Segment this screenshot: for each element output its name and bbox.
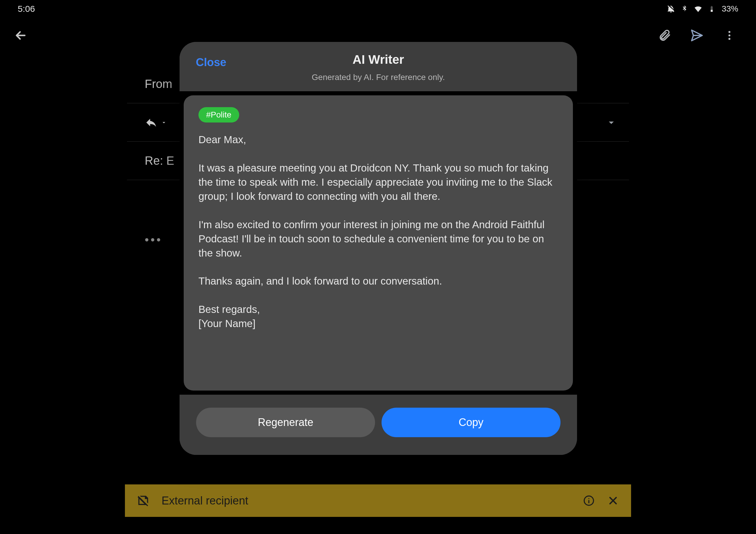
modal-body: #Polite Dear Max, It was a pleasure meet…: [179, 91, 577, 395]
more-button[interactable]: [720, 27, 738, 44]
modal-header: Close AI Writer Generated by AI. For ref…: [179, 42, 577, 91]
reply-icon: [145, 116, 167, 129]
regenerate-button[interactable]: Regenerate: [196, 408, 375, 437]
modal-title: AI Writer: [197, 53, 559, 67]
bluetooth-icon: [680, 4, 689, 13]
banner-close-button[interactable]: [607, 494, 619, 507]
attach-button[interactable]: [656, 27, 673, 44]
external-recipient-banner: External recipient: [125, 484, 631, 517]
back-button[interactable]: [12, 27, 30, 44]
status-time: 5:06: [18, 4, 35, 14]
generated-text[interactable]: Dear Max, It was a pleasure meeting you …: [199, 133, 558, 331]
banner-info-button[interactable]: [583, 494, 595, 507]
copy-button[interactable]: Copy: [382, 408, 560, 437]
expand-recipients[interactable]: [606, 117, 617, 128]
svg-point-1: [729, 31, 731, 33]
domain-disabled-icon: [137, 494, 150, 507]
tone-chip: #Polite: [199, 107, 239, 122]
modal-close-button[interactable]: Close: [196, 56, 226, 69]
from-label: From: [145, 77, 172, 91]
subject-text: Re: E: [145, 154, 174, 167]
wifi-icon: [693, 4, 703, 13]
modal-footer: Regenerate Copy: [179, 395, 577, 455]
battery-icon: [707, 4, 716, 13]
more-horiz-icon[interactable]: •••: [145, 233, 162, 246]
ai-writer-modal: Close AI Writer Generated by AI. For ref…: [179, 42, 577, 455]
battery-percent: 33%: [722, 4, 738, 13]
svg-rect-0: [711, 10, 713, 12]
notifications-off-icon: [666, 4, 676, 13]
svg-point-2: [729, 35, 731, 37]
generated-card[interactable]: #Polite Dear Max, It was a pleasure meet…: [184, 95, 573, 390]
chevron-down-icon: [161, 119, 167, 126]
status-indicators: 33%: [666, 4, 738, 13]
svg-point-6: [588, 498, 589, 499]
svg-point-3: [729, 38, 731, 40]
status-bar: 5:06 33%: [0, 0, 756, 18]
send-button[interactable]: [688, 27, 706, 44]
modal-subtitle: Generated by AI. For reference only.: [197, 73, 559, 82]
external-recipient-text: External recipient: [162, 494, 248, 507]
